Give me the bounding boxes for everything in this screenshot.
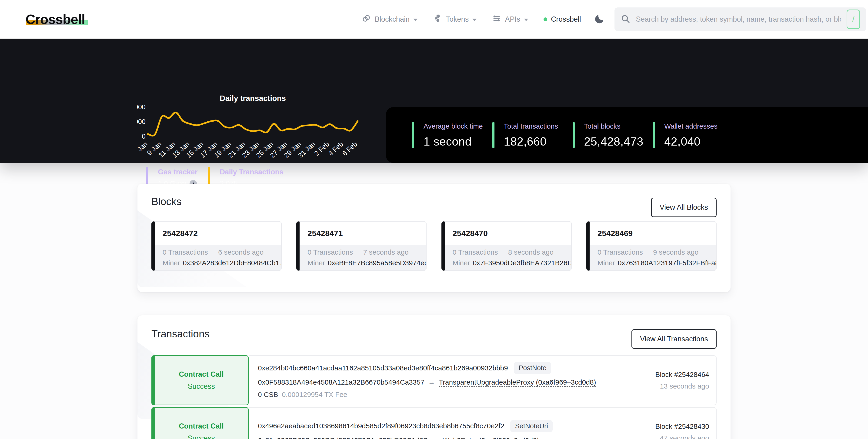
stat-value: 1 second <box>424 135 483 148</box>
miner-label: Miner <box>308 259 325 267</box>
logo[interactable]: Crossbell <box>26 12 88 26</box>
block-link[interactable]: Block #25428464 <box>616 371 709 379</box>
search-input[interactable] <box>636 15 841 24</box>
hero-section: Daily transactions02,0004,0007 Jan9 Jan1… <box>0 39 868 163</box>
transaction-age: 47 seconds ago <box>616 434 709 439</box>
blocks-card: Blocks View All Blocks 25428472 0 Transa… <box>137 184 731 292</box>
fee-line: 0 CSB 0.000129954 TX Fee <box>258 390 616 399</box>
transaction-age: 13 seconds ago <box>616 382 709 390</box>
block-age: 7 seconds ago <box>363 248 408 256</box>
moon-icon <box>594 13 605 25</box>
nav-item-blockchain[interactable]: Blockchain <box>362 14 417 25</box>
block-link[interactable]: Block #25428430 <box>616 422 709 430</box>
transactions-list: Contract Call Success 0xe284b04bc660a41a… <box>151 355 717 439</box>
nav-item-apis[interactable]: APIs <box>492 14 528 25</box>
arrow-right-icon: → <box>432 436 439 439</box>
daily-transactions-chart-wrap: Daily transactions02,0004,0007 Jan9 Jan1… <box>137 89 366 164</box>
to-contract-link[interactable]: TransparentUpgradeableProxy (0xa6f969–3c… <box>439 378 596 386</box>
stat-value: 42,040 <box>664 135 717 148</box>
transaction-row: Contract Call Success 0x496e2aeabaced103… <box>151 407 717 439</box>
transaction-type-badge: Contract Call Success <box>151 407 249 439</box>
block-age: 8 seconds ago <box>508 248 554 256</box>
from-address[interactable]: 0x0F588318A494e4508A121a32B6670b5494Ca33… <box>258 378 425 386</box>
block-tx-count: 0 Transactions <box>597 248 643 256</box>
block-tx-count: 0 Transactions <box>162 248 208 256</box>
blocks-title: Blocks <box>151 196 717 207</box>
search-shortcut-badge: / <box>846 9 860 29</box>
network-dot-icon <box>544 18 547 21</box>
miner-address[interactable]: 0x7F3950dDe3fb8EA7321B26DA5... <box>473 259 572 267</box>
stat-total-transactions: Total transactions 182,660 <box>492 122 572 148</box>
block-age: 6 seconds ago <box>218 248 264 256</box>
transactions-card: Transactions View All Transactions Contr… <box>137 315 731 439</box>
nav-label: APIs <box>505 15 520 24</box>
stat-accent-bar <box>492 122 494 148</box>
to-contract-link[interactable]: Web3Entry (0xa6f969–3cd0d8) <box>443 436 539 439</box>
view-all-blocks-button[interactable]: View All Blocks <box>651 198 717 217</box>
block-card: 25428472 0 Transactions 6 seconds ago Mi… <box>151 221 282 271</box>
chevron-down-icon <box>472 19 476 21</box>
stat-wallet-addresses: Wallet addresses 42,040 <box>653 122 717 148</box>
nav-item-network-crossbell[interactable]: Crossbell <box>544 15 581 24</box>
block-card: 25428470 0 Transactions 8 seconds ago Mi… <box>441 221 572 271</box>
stat-label: Average block time <box>424 122 483 130</box>
transaction-row: Contract Call Success 0xe284b04bc660a41a… <box>151 355 717 405</box>
transaction-hash[interactable]: 0x496e2aeabaced1038698614b9d585d2f89f069… <box>258 422 504 430</box>
transaction-hash[interactable]: 0xe284b04bc660a41acdaa1162a85105d33a08ed… <box>258 364 508 372</box>
search-icon <box>621 14 630 25</box>
miner-address[interactable]: 0xeBE8E7Bc895a58e5D3974ec4BF... <box>328 259 427 267</box>
svg-text:7 Jan: 7 Jan <box>137 140 149 157</box>
header: Crossbell Blockchain Tokens <box>0 0 868 39</box>
method-badge: SetNoteUri <box>510 420 553 432</box>
stat-average-block-time: Average block time 1 second <box>412 122 492 148</box>
svg-text:2,000: 2,000 <box>137 118 146 125</box>
nav-label: Crossbell <box>551 15 581 24</box>
theme-toggle[interactable] <box>594 13 605 25</box>
transaction-status: Success <box>188 434 215 439</box>
daily-transactions-chart: Daily transactions02,0004,0007 Jan9 Jan1… <box>137 89 366 164</box>
miner-label: Miner <box>453 259 470 267</box>
stat-accent-bar <box>412 122 414 148</box>
miner-address[interactable]: 0x763180A123197fF5f32FBfFa8DE... <box>618 259 717 267</box>
transaction-value: 0 CSB <box>258 390 278 399</box>
block-number[interactable]: 25428469 <box>597 229 632 238</box>
block-card: 25428469 0 Transactions 9 seconds ago Mi… <box>586 221 717 271</box>
method-badge: PostNote <box>514 362 551 374</box>
stat-accent-bar <box>653 122 655 148</box>
stat-label: Wallet addresses <box>664 122 717 130</box>
miner-label: Miner <box>162 259 180 267</box>
blocks-row: 25428472 0 Transactions 6 seconds ago Mi… <box>151 221 717 271</box>
svg-text:6 Feb: 6 Feb <box>341 140 359 157</box>
from-address[interactable]: 0x51e2368D60Bc329DBd5834370C1e633bE60C1d… <box>258 436 428 439</box>
stat-label: Total blocks <box>584 122 643 130</box>
stat-value: 25,428,473 <box>584 135 643 148</box>
transaction-type: Contract Call <box>179 370 224 379</box>
nav-item-tokens[interactable]: Tokens <box>433 14 476 25</box>
transaction-status: Success <box>188 382 215 390</box>
block-tx-count: 0 Transactions <box>308 248 353 256</box>
logo-text: Crossbell <box>26 12 85 27</box>
nav-label: Blockchain <box>375 15 410 24</box>
view-all-transactions-button[interactable]: View All Transactions <box>631 329 717 349</box>
main-nav: Blockchain Tokens APIs <box>362 14 581 25</box>
block-tx-count: 0 Transactions <box>453 248 498 256</box>
api-icon <box>492 14 501 25</box>
block-number[interactable]: 25428470 <box>453 229 488 238</box>
miner-address[interactable]: 0x382A283d612DbE80484Cb173E... <box>183 259 282 267</box>
block-number[interactable]: 25428472 <box>162 229 198 238</box>
stat-accent-bar <box>572 122 575 148</box>
block-number[interactable]: 25428471 <box>308 229 343 238</box>
transaction-fee: 0.000129954 TX Fee <box>282 390 347 399</box>
nav-label: Tokens <box>446 15 469 24</box>
stat-label: Total transactions <box>504 122 558 130</box>
main-content: Blocks View All Blocks 25428472 0 Transa… <box>137 184 731 439</box>
coins-icon <box>433 14 442 25</box>
svg-text:Daily transactions: Daily transactions <box>220 94 286 102</box>
arrow-right-icon: → <box>428 378 435 386</box>
link-icon <box>362 14 371 25</box>
chevron-down-icon <box>524 19 528 21</box>
miner-label: Miner <box>597 259 615 267</box>
svg-text:4 Feb: 4 Feb <box>327 140 345 157</box>
stat-value: 182,660 <box>504 135 558 148</box>
block-card: 25428471 0 Transactions 7 seconds ago Mi… <box>296 221 427 271</box>
